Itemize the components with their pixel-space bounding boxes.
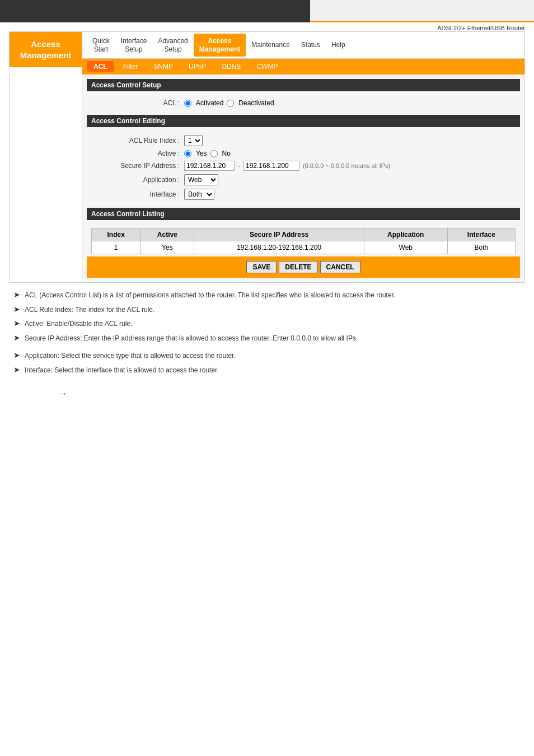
active-no-label: No bbox=[222, 150, 231, 157]
listing-table: Index Active Secure IP Address Applicati… bbox=[91, 228, 516, 254]
bullet-6: ➤ Interface: Select the interface that i… bbox=[13, 365, 521, 377]
bullet-text-3: Active: Enable/Disable the ACL rule. bbox=[25, 318, 521, 330]
bullet-2: ➤ ACL Rule Index: The index for the ACL … bbox=[13, 304, 521, 316]
sidebar: Access Management bbox=[10, 32, 82, 282]
acl-activated-radio[interactable] bbox=[184, 100, 191, 107]
sub-nav-snmp[interactable]: SNMP bbox=[147, 61, 180, 72]
rule-index-row: ACL Rule Index : 1 2 3 bbox=[96, 135, 511, 146]
table-row: 1 Yes 192.168.1.20-192.168.1.200 Web Bot… bbox=[92, 241, 516, 254]
acl-setup-form: ACL : Activated Deactivated bbox=[87, 95, 520, 115]
acl-deactivated-label: Deactivated bbox=[238, 99, 274, 107]
nav-help[interactable]: Help bbox=[326, 38, 351, 52]
row-secure-ip: 192.168.1.20-192.168.1.200 bbox=[194, 241, 364, 254]
interface-select[interactable]: Both LAN WAN bbox=[184, 189, 214, 200]
interface-label: Interface : bbox=[96, 190, 180, 198]
col-interface: Interface bbox=[447, 228, 515, 241]
sub-nav-upnp[interactable]: UPnP bbox=[182, 61, 213, 72]
active-label: Active : bbox=[96, 150, 180, 157]
bullet-arrow-4: ➤ bbox=[13, 333, 20, 344]
acl-activation-value: Activated Deactivated bbox=[184, 99, 274, 107]
active-yes-label: Yes bbox=[196, 150, 207, 157]
bullet-arrow-3: ➤ bbox=[13, 318, 20, 329]
acl-activation-row: ACL : Activated Deactivated bbox=[96, 99, 511, 107]
application-row: Application : Web Telnet FTP SNMP All bbox=[96, 174, 511, 185]
row-index: 1 bbox=[92, 241, 140, 254]
application-label: Application : bbox=[96, 176, 180, 184]
content-area: QuickStart InterfaceSetup AdvancedSetup … bbox=[82, 32, 524, 282]
active-value: Yes No bbox=[184, 150, 231, 157]
sub-nav-ddns[interactable]: DDNS bbox=[215, 61, 247, 72]
bullet-5: ➤ Application: Select the service type t… bbox=[13, 350, 521, 362]
application-select[interactable]: Web Telnet FTP SNMP All bbox=[184, 174, 218, 185]
bullet-1: ➤ ACL (Access Control List) is a list of… bbox=[13, 290, 521, 302]
top-bar bbox=[0, 0, 534, 22]
nav-advanced-setup[interactable]: AdvancedSetup bbox=[152, 34, 193, 57]
nav-access-management[interactable]: AccessManagement bbox=[194, 34, 246, 57]
sub-nav-acl[interactable]: ACL bbox=[87, 61, 114, 72]
access-control-setup-header: Access Control Setup bbox=[87, 79, 520, 91]
nav-status[interactable]: Status bbox=[296, 38, 326, 52]
bullet-section: ➤ ACL (Access Control List) is a list of… bbox=[0, 283, 534, 410]
rule-index-value: 1 2 3 bbox=[184, 135, 203, 146]
active-no-radio[interactable] bbox=[210, 150, 218, 157]
indent-arrow: → bbox=[36, 386, 521, 402]
nav-interface-setup[interactable]: InterfaceSetup bbox=[115, 34, 153, 57]
ip-note: (0.0.0.0 ~ 0.0.0.0 means all IPs) bbox=[303, 162, 390, 169]
main-wrapper: Access Management QuickStart InterfaceSe… bbox=[9, 31, 525, 283]
col-application: Application bbox=[364, 228, 447, 241]
bullet-3: ➤ Active: Enable/Disable the ACL rule. bbox=[13, 318, 521, 330]
nav-quick-start[interactable]: QuickStart bbox=[87, 34, 115, 57]
bullet-text-4: Secure IP Address: Enter the IP address … bbox=[25, 333, 521, 345]
access-control-editing-header: Access Control Editing bbox=[87, 115, 520, 127]
acl-deactivated-radio[interactable] bbox=[227, 100, 234, 107]
top-bar-right bbox=[310, 0, 534, 22]
sidebar-title: Access Management bbox=[10, 32, 82, 67]
delete-button[interactable]: DELETE bbox=[279, 261, 317, 273]
application-value: Web Telnet FTP SNMP All bbox=[184, 174, 218, 185]
row-active: Yes bbox=[140, 241, 194, 254]
top-nav: QuickStart InterfaceSetup AdvancedSetup … bbox=[82, 32, 524, 59]
arrow-icon: → bbox=[58, 386, 67, 402]
sub-nav-filter[interactable]: Filter bbox=[116, 61, 145, 72]
rule-index-select[interactable]: 1 2 3 bbox=[184, 135, 203, 146]
active-row: Active : Yes No bbox=[96, 150, 511, 157]
rule-index-label: ACL Rule Index : bbox=[96, 137, 180, 144]
save-button[interactable]: SAVE bbox=[246, 261, 277, 273]
bullet-text-6: Interface: Select the interface that is … bbox=[25, 365, 521, 377]
secure-ip-row: Secure IP Address : - (0.0.0.0 ~ 0.0.0.0… bbox=[96, 161, 511, 171]
access-control-listing-header: Access Control Listing bbox=[87, 208, 520, 220]
ip-separator: - bbox=[238, 162, 240, 170]
col-active: Active bbox=[140, 228, 194, 241]
interface-row: Interface : Both LAN WAN bbox=[96, 189, 511, 200]
bullet-arrow-2: ➤ bbox=[13, 304, 20, 315]
bullet-arrow-1: ➤ bbox=[13, 290, 20, 301]
listing-table-wrapper: Index Active Secure IP Address Applicati… bbox=[87, 223, 520, 256]
acl-activated-label: Activated bbox=[196, 99, 223, 107]
router-label: ADSL2/2+ Ethernet/USB Router bbox=[0, 22, 534, 31]
secure-ip-label: Secure IP Address : bbox=[96, 162, 180, 170]
cancel-button[interactable]: CANCEL bbox=[320, 261, 360, 273]
bullet-text-5: Application: Select the service type tha… bbox=[25, 350, 521, 362]
active-yes-radio[interactable] bbox=[184, 150, 191, 157]
bullet-arrow-6: ➤ bbox=[13, 365, 20, 376]
ip-end-input[interactable] bbox=[243, 161, 299, 171]
row-interface: Both bbox=[447, 241, 515, 254]
bullet-text-2: ACL Rule Index: The index for the ACL ru… bbox=[25, 304, 521, 316]
sub-nav: ACL Filter SNMP UPnP DDNS CWMP bbox=[82, 59, 524, 74]
acl-editing-form: ACL Rule Index : 1 2 3 Active : Yes bbox=[87, 130, 520, 208]
col-secure-ip: Secure IP Address bbox=[194, 228, 364, 241]
sub-nav-cwmp[interactable]: CWMP bbox=[250, 61, 284, 72]
acl-label: ACL : bbox=[96, 99, 180, 107]
nav-maintenance[interactable]: Maintenance bbox=[246, 38, 296, 52]
row-application: Web bbox=[364, 241, 447, 254]
col-index: Index bbox=[92, 228, 140, 241]
bullet-arrow-5: ➤ bbox=[13, 350, 20, 361]
buttons-area: SAVE DELETE CANCEL bbox=[87, 256, 520, 278]
bullet-text-1: ACL (Access Control List) is a list of p… bbox=[25, 290, 521, 302]
bullet-4: ➤ Secure IP Address: Enter the IP addres… bbox=[13, 333, 521, 345]
secure-ip-value: - (0.0.0.0 ~ 0.0.0.0 means all IPs) bbox=[184, 161, 390, 171]
inner-content: Access Control Setup ACL : Activated Dea… bbox=[82, 74, 524, 282]
ip-start-input[interactable] bbox=[184, 161, 235, 171]
interface-value: Both LAN WAN bbox=[184, 189, 214, 200]
